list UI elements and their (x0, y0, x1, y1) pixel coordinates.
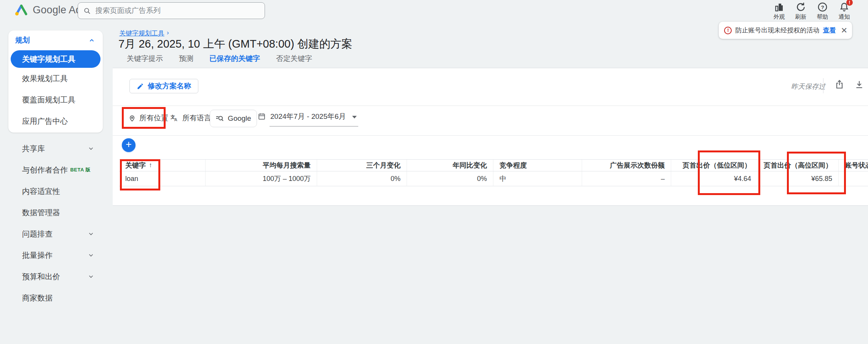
col-keyword[interactable]: 关键字 ↑ (119, 160, 206, 171)
location-filter[interactable]: 所有位置 (128, 113, 168, 123)
chevron-down-icon (88, 230, 94, 237)
sidebar-item-data-manager[interactable]: 数据管理器 (8, 202, 103, 223)
topbar: Google Ads 外观 (0, 0, 868, 22)
topbar-actions: 外观 刷新 ? 帮助 (768, 2, 855, 21)
divider (823, 78, 823, 93)
notifications-button[interactable]: ! 通知 (833, 2, 855, 21)
download-icon[interactable] (854, 80, 864, 90)
date-range-filter[interactable]: 2024年7月 - 2025年6月 (258, 112, 358, 126)
refresh-label: 刷新 (795, 13, 807, 21)
sidebar-list: 共享库 与创作者合作 BETA 版 内容适宜性 数据管理器 问题排查 批量操作 … (8, 138, 103, 309)
sidebar-item-bulk-actions[interactable]: 批量操作 (8, 245, 103, 266)
cell-account-status (839, 171, 868, 186)
saved-status: 昨天保存过 (791, 82, 825, 91)
chevron-up-icon (88, 37, 95, 44)
help-button[interactable]: ? 帮助 (812, 2, 833, 21)
refresh-icon (796, 2, 806, 12)
sidebar-item-reach-planner[interactable]: 覆盖面规划工具 (8, 89, 103, 110)
language-filter[interactable]: 文 A 所有语言 (170, 113, 211, 123)
sidebar-item-performance-planner[interactable]: 效果规划工具 (8, 68, 103, 89)
google-ads-triangle-icon (15, 5, 27, 16)
sidebar-item-keyword-planner[interactable]: 关键字规划工具 (11, 50, 101, 68)
svg-text:?: ? (821, 5, 824, 10)
alert-icon: ! (724, 27, 732, 34)
plus-icon: + (126, 139, 132, 150)
cell-three-month-change: 0% (317, 171, 407, 186)
toast-message: 防止账号出现未经授权的活动 (735, 26, 819, 35)
close-icon[interactable]: ✕ (841, 26, 847, 35)
beta-badge: BETA 版 (70, 166, 91, 173)
cell-ad-impression-share: – (582, 171, 671, 186)
planning-section-label: 规划 (15, 35, 30, 45)
divider (113, 135, 868, 136)
cell-avg-monthly-searches: 100万 – 1000万 (206, 171, 317, 186)
network-filter[interactable]: Google (210, 110, 257, 127)
saved-keywords-panel: 修改方案名称 昨天保存过 所有位置 (113, 68, 868, 206)
appearance-button[interactable]: 外观 (768, 2, 790, 21)
google-ads-logo: Google Ads (15, 4, 87, 16)
date-range-value: 2024年7月 - 2025年6月 (270, 112, 346, 122)
sidebar-item-shared-library[interactable]: 共享库 (8, 138, 103, 159)
search-icon (83, 7, 91, 15)
table-row[interactable]: loan 100万 – 1000万 0% 0% 中 – ¥4.64 ¥65.85 (119, 171, 868, 186)
table-header-row: 关键字 ↑ 平均每月搜索量 三个月变化 年同比变化 竞争程度 广告展示次数份额 … (119, 160, 868, 171)
edit-plan-name-button[interactable]: 修改方案名称 (129, 79, 198, 93)
chevron-down-icon (352, 116, 357, 118)
chevron-down-icon (88, 252, 94, 259)
search-network-icon (215, 114, 224, 123)
col-three-month-change[interactable]: 三个月变化 (317, 160, 407, 171)
share-icon[interactable] (834, 80, 844, 90)
refresh-button[interactable]: 刷新 (790, 2, 812, 21)
col-account-status[interactable]: 账号状态 (839, 160, 868, 171)
col-ad-impression-share[interactable]: 广告展示次数份额 (582, 160, 671, 171)
security-toast: ! 防止账号出现未经授权的活动 查看 ✕ (719, 22, 852, 39)
cell-top-bid-high: ¥65.85 (758, 171, 839, 186)
sort-ascending-icon: ↑ (149, 162, 152, 169)
sidebar-item-budgets-bidding[interactable]: 预算和出价 (8, 266, 103, 287)
toast-view-link[interactable]: 查看 (823, 26, 836, 35)
appearance-label: 外观 (774, 13, 785, 21)
cell-competition: 中 (493, 171, 582, 186)
translate-icon: 文 A (170, 114, 179, 122)
calendar-icon (258, 112, 266, 120)
notifications-label: 通知 (839, 13, 850, 21)
col-avg-monthly-searches[interactable]: 平均每月搜索量 (206, 160, 317, 171)
location-pin-icon (128, 114, 136, 122)
col-yoy-change[interactable]: 年同比变化 (407, 160, 493, 171)
divider (113, 106, 868, 106)
cell-keyword: loan (119, 171, 206, 186)
add-keywords-button[interactable]: + (122, 138, 136, 152)
sidebar-item-content-suitability[interactable]: 内容适宜性 (8, 181, 103, 202)
chevron-down-icon (88, 145, 94, 152)
chevron-down-icon (88, 273, 94, 280)
notification-badge: ! (846, 0, 853, 6)
appearance-icon (774, 2, 784, 12)
col-competition[interactable]: 竞争程度 (493, 160, 582, 171)
sidebar-section-planning[interactable]: 规划 (8, 30, 103, 50)
sidebar-item-troubleshooting[interactable]: 问题排查 (8, 223, 103, 245)
sidebar-item-business-data[interactable]: 商家数据 (8, 287, 103, 309)
sidebar-item-creator-partnerships[interactable]: 与创作者合作 BETA 版 (8, 159, 103, 181)
keywords-table: 关键字 ↑ 平均每月搜索量 三个月变化 年同比变化 竞争程度 广告展示次数份额 … (119, 159, 868, 186)
help-label: 帮助 (817, 13, 828, 21)
page-title: 7月 26, 2025, 10 上午 (GMT+08:00) 创建的方案 (118, 37, 353, 52)
google-ads-app: Google Ads 外观 (0, 0, 868, 344)
cell-yoy-change: 0% (407, 171, 493, 186)
global-search[interactable] (78, 2, 265, 19)
sidebar-planning-card: 规划 关键字规划工具 效果规划工具 覆盖面规划工具 应用广告中心 (8, 30, 103, 133)
notifications-bell-icon: ! (839, 2, 849, 12)
pencil-icon (137, 83, 144, 90)
search-input[interactable] (96, 6, 259, 15)
help-icon: ? (817, 2, 828, 12)
col-top-bid-high[interactable]: 页首出价（高位区间） (758, 160, 839, 171)
col-top-bid-low[interactable]: 页首出价（低位区间） (671, 160, 758, 171)
svg-text:A: A (174, 117, 177, 122)
cell-top-bid-low: ¥4.64 (671, 171, 758, 186)
sidebar-item-app-ads-hub[interactable]: 应用广告中心 (8, 110, 103, 132)
